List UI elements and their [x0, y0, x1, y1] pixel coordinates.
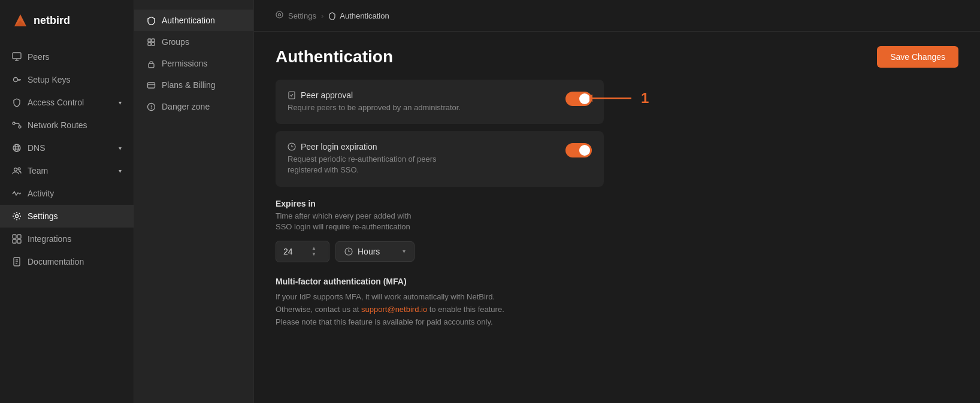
sidebar-label-access-control: Access Control — [28, 98, 84, 107]
route-icon — [12, 120, 22, 130]
sidebar-label-activity: Activity — [28, 189, 54, 198]
settings-label-plans-billing: Plans & Billing — [162, 80, 216, 90]
svg-point-16 — [18, 168, 20, 170]
sidebar-label-team: Team — [28, 166, 48, 175]
mfa-line3: Please note that this feature is availab… — [276, 317, 493, 326]
svg-point-36 — [276, 11, 283, 18]
svg-rect-26 — [148, 39, 151, 42]
expires-section: Expires in Time after which every peer a… — [276, 199, 604, 262]
breadcrumb-separator: › — [321, 11, 323, 20]
sidebar-label-documentation: Documentation — [28, 257, 84, 266]
expires-up-arrow[interactable]: ▲ — [311, 246, 317, 251]
expires-value-input[interactable] — [283, 247, 307, 256]
peer-approval-toggle[interactable] — [565, 92, 592, 106]
chevron-down-icon: ▾ — [119, 99, 122, 106]
chevron-down-icon-dns: ▾ — [119, 145, 122, 151]
peer-approval-card: Peer approval Require peers to be approv… — [276, 80, 604, 124]
svg-rect-28 — [148, 43, 151, 46]
settings-breadcrumb-icon — [276, 11, 283, 20]
groups-icon — [146, 37, 156, 47]
peer-login-slider — [565, 143, 592, 157]
sidebar-item-documentation[interactable]: Documentation — [0, 250, 134, 273]
peer-approval-header: Peer approval — [288, 90, 553, 100]
svg-rect-20 — [13, 240, 16, 243]
svg-rect-21 — [17, 240, 21, 243]
annotation-1: 1 — [641, 90, 649, 107]
mfa-line1: If your IdP supports MFA, it will work a… — [276, 292, 495, 301]
svg-point-11 — [13, 144, 20, 151]
globe-icon — [12, 143, 22, 153]
peer-approval-icon — [288, 91, 296, 99]
svg-point-35 — [150, 108, 152, 109]
settings-label-danger-zone: Danger zone — [162, 102, 210, 111]
integrations-icon — [12, 234, 22, 244]
sidebar-item-network-routes[interactable]: Network Routes — [0, 114, 134, 137]
svg-point-12 — [16, 144, 19, 151]
activity-icon — [12, 189, 22, 198]
settings-label-groups: Groups — [162, 37, 189, 47]
sidebar-item-peers[interactable]: Peers — [0, 46, 134, 68]
hours-chevron-icon: ▾ — [403, 248, 406, 254]
mfa-support-link[interactable]: support@netbird.io — [361, 305, 427, 314]
billing-icon — [146, 80, 156, 90]
sidebar-label-settings: Settings — [28, 211, 58, 221]
peer-login-expiration-card: Peer login expiration Request periodic r… — [276, 131, 604, 186]
settings-item-groups[interactable]: Groups — [134, 31, 253, 53]
mfa-title: Multi-factor authentication (MFA) — [276, 277, 604, 286]
monitor-icon — [12, 52, 22, 62]
svg-point-10 — [19, 126, 21, 128]
auth-icon — [146, 16, 156, 25]
peer-login-desc: Request periodic re-authentication of pe… — [288, 154, 437, 174]
svg-rect-30 — [149, 63, 154, 68]
settings-item-permissions[interactable]: Permissions — [134, 53, 253, 74]
save-changes-button[interactable]: Save Changes — [877, 46, 958, 68]
svg-point-5 — [14, 78, 18, 82]
settings-label-permissions: Permissions — [162, 59, 207, 68]
peer-login-content: Peer login expiration Request periodic r… — [288, 142, 553, 175]
expires-number-input[interactable]: ▲ ▼ — [276, 241, 329, 262]
breadcrumb-settings[interactable]: Settings — [288, 11, 316, 20]
main-content: Settings › Authentication Authentication… — [254, 0, 980, 403]
sidebar-item-team[interactable]: Team ▾ — [0, 159, 134, 182]
svg-rect-31 — [147, 83, 155, 88]
content-area: Peer approval Require peers to be approv… — [254, 80, 625, 350]
arrow-1-svg — [589, 92, 637, 104]
peer-login-toggle[interactable] — [565, 143, 592, 157]
peer-approval-title: Peer approval — [301, 90, 353, 100]
peer-login-header: Peer login expiration — [288, 142, 553, 151]
breadcrumb-current: Authentication — [328, 11, 389, 20]
svg-rect-29 — [152, 43, 155, 46]
mfa-line2-suffix: to enable this feature. — [427, 305, 504, 314]
sidebar-item-activity[interactable]: Activity — [0, 182, 134, 205]
peer-approval-slider — [565, 92, 592, 106]
logo-text: netbird — [34, 14, 70, 27]
mfa-text: If your IdP supports MFA, it will work a… — [276, 291, 604, 328]
sidebar-label-integrations: Integrations — [28, 234, 71, 244]
settings-label-authentication: Authentication — [162, 16, 215, 25]
clock-icon — [344, 247, 353, 256]
peer-login-icon — [288, 143, 296, 151]
settings-item-authentication[interactable]: Authentication — [134, 10, 253, 31]
svg-point-17 — [16, 215, 19, 218]
breadcrumb: Settings › Authentication — [254, 0, 980, 32]
expires-title: Expires in — [276, 199, 604, 208]
page-title: Authentication — [276, 47, 393, 66]
settings-item-danger-zone[interactable]: Danger zone — [134, 96, 253, 117]
expires-down-arrow[interactable]: ▼ — [311, 252, 317, 257]
mfa-section: Multi-factor authentication (MFA) If you… — [276, 277, 604, 328]
left-sidebar: netbird Peers Setup Keys Access Control … — [0, 0, 134, 403]
sidebar-item-integrations[interactable]: Integrations — [0, 228, 134, 250]
lock-icon — [146, 59, 156, 68]
sidebar-item-settings[interactable]: Settings — [0, 205, 134, 228]
svg-rect-27 — [152, 39, 155, 42]
sidebar-item-dns[interactable]: DNS ▾ — [0, 137, 134, 159]
chevron-down-icon-team: ▾ — [119, 168, 122, 174]
sidebar-item-access-control[interactable]: Access Control ▾ — [0, 91, 134, 114]
sidebar-item-setup-keys[interactable]: Setup Keys — [0, 68, 134, 91]
mfa-line2-prefix: Otherwise, contact us at — [276, 305, 361, 314]
settings-item-plans-billing[interactable]: Plans & Billing — [134, 74, 253, 96]
settings-icon — [12, 211, 22, 221]
sidebar-label-network-routes: Network Routes — [28, 120, 87, 130]
expires-unit-select[interactable]: Hours ▾ — [335, 241, 415, 262]
expires-controls: ▲ ▼ Hours ▾ — [276, 241, 604, 262]
